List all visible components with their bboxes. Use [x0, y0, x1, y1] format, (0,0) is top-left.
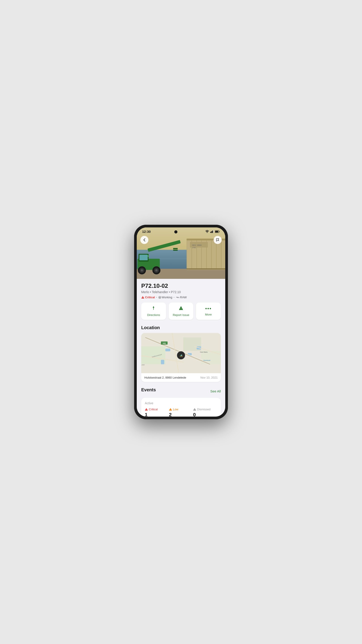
more-dots-icon: •••	[205, 306, 212, 312]
machine-model: P72.10	[171, 290, 181, 294]
svg-rect-2	[211, 231, 212, 233]
svg-text:Huis Maria: Huis Maria	[200, 351, 208, 353]
chevron-left-icon	[143, 238, 145, 242]
more-label: More	[205, 313, 212, 316]
phone-frame: 12:30	[134, 225, 228, 419]
events-active-card[interactable]: Active ! Critical 1	[141, 398, 221, 416]
svg-text:!: !	[194, 409, 195, 410]
low-count-item: ! Low 2	[169, 408, 193, 416]
svg-point-0	[207, 232, 207, 233]
map-svg: N36 Veldboosstraat Ledel Huis Maria	[141, 333, 221, 373]
machine-id: P72.10-02	[141, 282, 221, 289]
working-icon	[158, 296, 161, 299]
critical-event-icon: !	[145, 408, 148, 411]
directions-icon	[151, 306, 156, 312]
hero-background: KNCU 38866 2701	[137, 228, 225, 279]
camera-hole	[174, 230, 177, 234]
critical-count-item: ! Critical 1	[145, 408, 169, 416]
dismissed-event-icon: !	[193, 408, 196, 411]
svg-text:!: !	[143, 297, 143, 298]
map-address: Hulstsestraat 2, 8860 Lendelede	[144, 376, 186, 379]
events-header: Events See All	[141, 387, 221, 395]
svg-text:!: !	[181, 308, 181, 310]
hero-image: KNCU 38866 2701	[137, 228, 225, 279]
svg-text:N36: N36	[163, 342, 166, 344]
more-button[interactable]: ••• More	[196, 302, 221, 320]
svg-point-36	[155, 269, 158, 272]
svg-text:KNCU 38866: KNCU 38866	[192, 244, 202, 246]
svg-rect-3	[212, 230, 213, 233]
svg-rect-48	[161, 360, 164, 364]
flag-button[interactable]	[214, 236, 222, 244]
map-date: Nov 10, 2021	[200, 376, 218, 379]
dismissed-event-label: ! Dismissed	[193, 408, 217, 411]
see-all-button[interactable]: See All	[210, 389, 221, 393]
svg-text:🚜: 🚜	[179, 354, 183, 357]
report-issue-icon: !	[179, 306, 183, 312]
low-event-icon: !	[169, 408, 172, 411]
svg-rect-10	[137, 269, 225, 279]
svg-text:!: !	[170, 409, 171, 410]
svg-rect-29	[173, 248, 178, 249]
machine-subtitle: Merlo • Telehandler • P72.10	[141, 290, 221, 294]
signal-waves-icon	[176, 296, 179, 299]
status-bar: 12:30	[137, 228, 225, 234]
phone-screen: 12:30	[137, 228, 225, 416]
machine-brand: Merlo	[141, 290, 149, 294]
action-buttons-row: Directions ! Report Issue ••• More	[137, 302, 225, 323]
low-event-label: ! Low	[169, 408, 193, 411]
events-title: Events	[141, 387, 156, 392]
status-time: 12:30	[142, 230, 151, 234]
location-title: Location	[141, 325, 221, 330]
svg-rect-30	[173, 250, 178, 251]
svg-text:Ledel: Ledel	[141, 364, 145, 366]
critical-warning-icon: !	[141, 296, 144, 299]
dismissed-count: 0	[193, 412, 217, 416]
hero-illustration: KNCU 38866 2701	[137, 228, 225, 279]
events-section: Events See All Active !	[137, 386, 225, 416]
events-active-label: Active	[145, 402, 217, 405]
working-status: Working	[158, 296, 172, 299]
svg-rect-46	[165, 348, 170, 351]
svg-point-40	[159, 297, 160, 298]
map-area[interactable]: N36 Veldboosstraat Ledel Huis Maria	[141, 333, 221, 373]
wifi-icon	[205, 230, 209, 233]
raw-status: RAW	[176, 296, 187, 299]
machine-status: ! Critical • Working •	[141, 296, 221, 299]
svg-rect-4	[213, 230, 214, 233]
svg-rect-24	[187, 268, 225, 270]
svg-rect-1	[210, 232, 211, 233]
svg-text:Hazebeek: Hazebeek	[203, 360, 211, 361]
battery-icon	[215, 230, 220, 233]
svg-rect-27	[139, 255, 148, 260]
directions-label: Directions	[147, 313, 160, 317]
events-counts: ! Critical 1 !	[145, 408, 217, 416]
svg-text:!: !	[146, 409, 147, 410]
report-issue-button[interactable]: ! Report Issue	[169, 302, 194, 320]
status-critical-badge: ! Critical	[141, 296, 155, 299]
dismissed-count-item: ! Dismissed 0	[193, 408, 217, 416]
svg-point-33	[141, 269, 143, 272]
back-button[interactable]	[140, 236, 148, 244]
svg-text:2701: 2701	[192, 247, 196, 249]
location-section: Location	[137, 323, 225, 382]
map-info: Hulstsestraat 2, 8860 Lendelede Nov 10, …	[141, 373, 221, 382]
critical-event-label: ! Critical	[145, 408, 169, 411]
directions-button[interactable]: Directions	[141, 302, 166, 320]
critical-count: 1	[145, 412, 169, 416]
report-issue-label: Report Issue	[173, 313, 189, 317]
critical-label: Critical	[145, 296, 155, 299]
machine-header: P72.10-02 Merlo • Telehandler • P72.10 !	[137, 279, 225, 302]
machine-type: Telehandler	[152, 290, 168, 294]
flag-icon	[216, 238, 219, 242]
svg-rect-6	[215, 231, 218, 232]
main-content: P72.10-02 Merlo • Telehandler • P72.10 !	[137, 279, 225, 416]
status-icons	[205, 230, 220, 233]
low-count: 2	[169, 412, 193, 416]
map-container[interactable]: N36 Veldboosstraat Ledel Huis Maria	[141, 333, 221, 382]
signal-icon	[210, 230, 214, 233]
svg-point-37	[147, 255, 149, 257]
